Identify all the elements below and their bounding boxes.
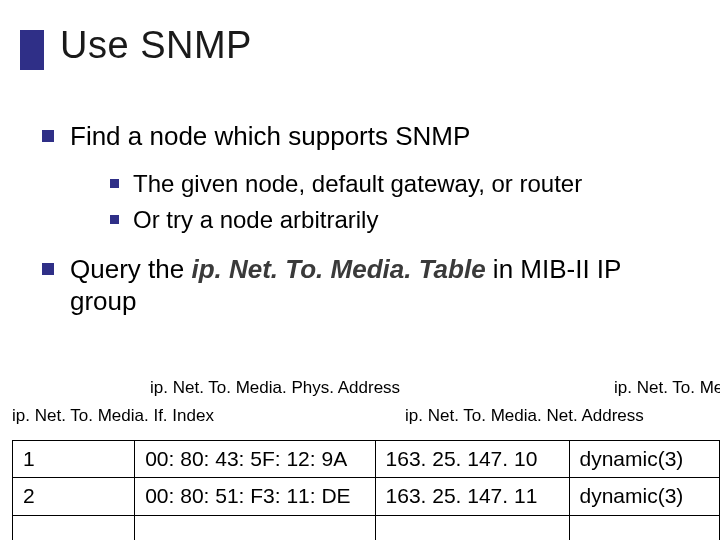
subbullet-arbitrary-node: Or try a node arbitrarily bbox=[110, 205, 720, 235]
col-label-if-index: ip. Net. To. Media. If. Index bbox=[12, 406, 214, 426]
table-row: 1 00: 80: 43: 5F: 12: 9A 163. 25. 147. 1… bbox=[13, 441, 720, 478]
bullet-text: Query the ip. Net. To. Media. Table in M… bbox=[70, 253, 690, 318]
bullet-text: The given node, default gateway, or rout… bbox=[133, 169, 582, 199]
table-row-blank bbox=[13, 515, 720, 540]
bullet-square-icon bbox=[42, 263, 54, 275]
bullet-find-node: Find a node which supports SNMP bbox=[42, 120, 720, 153]
col-label-net-address: ip. Net. To. Media. Net. Address bbox=[405, 406, 644, 426]
cell-if-index: 2 bbox=[13, 478, 135, 515]
slide-title: Use SNMP bbox=[60, 24, 252, 67]
table-row: 2 00: 80: 51: F3: 11: DE 163. 25. 147. 1… bbox=[13, 478, 720, 515]
bullet-text: Find a node which supports SNMP bbox=[70, 120, 470, 153]
ip-net-to-media-table: 1 00: 80: 43: 5F: 12: 9A 163. 25. 147. 1… bbox=[12, 440, 720, 540]
col-label-phys-address: ip. Net. To. Media. Phys. Address bbox=[150, 378, 400, 398]
subbullet-given-node: The given node, default gateway, or rout… bbox=[110, 169, 720, 199]
cell-blank bbox=[135, 515, 375, 540]
bullet-square-icon bbox=[110, 215, 119, 224]
cell-blank bbox=[375, 515, 569, 540]
query-pre: Query the bbox=[70, 254, 191, 284]
col-label-media-type: ip. Net. To. Media. Type bbox=[614, 378, 720, 398]
mib-table-name: ip. Net. To. Media. Table bbox=[191, 254, 485, 284]
cell-if-index: 1 bbox=[13, 441, 135, 478]
cell-blank bbox=[13, 515, 135, 540]
cell-phys-address: 00: 80: 43: 5F: 12: 9A bbox=[135, 441, 375, 478]
cell-blank bbox=[569, 515, 720, 540]
title-accent bbox=[20, 30, 44, 70]
cell-net-address: 163. 25. 147. 11 bbox=[375, 478, 569, 515]
cell-phys-address: 00: 80: 51: F3: 11: DE bbox=[135, 478, 375, 515]
slide: Use SNMP Find a node which supports SNMP… bbox=[0, 0, 720, 540]
bullet-text: Or try a node arbitrarily bbox=[133, 205, 378, 235]
slide-body: Find a node which supports SNMP The give… bbox=[0, 120, 720, 334]
cell-media-type: dynamic(3) bbox=[569, 441, 720, 478]
cell-media-type: dynamic(3) bbox=[569, 478, 720, 515]
bullet-square-icon bbox=[42, 130, 54, 142]
bullet-query-table: Query the ip. Net. To. Media. Table in M… bbox=[42, 253, 720, 318]
bullet-square-icon bbox=[110, 179, 119, 188]
cell-net-address: 163. 25. 147. 10 bbox=[375, 441, 569, 478]
